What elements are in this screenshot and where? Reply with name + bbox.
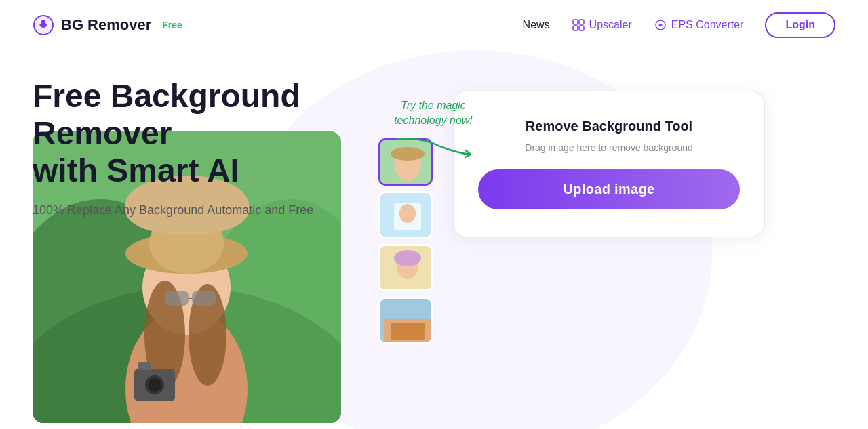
hero-right: Try the magic technology now! Remove Bac… xyxy=(439,64,868,418)
magic-handwritten: Try the magic technology now! xyxy=(372,98,494,129)
svg-rect-4 xyxy=(573,26,578,30)
upload-image-button[interactable]: Upload image xyxy=(478,169,740,209)
svg-point-22 xyxy=(148,378,161,392)
magic-arrow-icon xyxy=(393,133,474,160)
svg-rect-18 xyxy=(192,291,216,306)
brand-name: BG Remover xyxy=(61,16,151,34)
svg-rect-3 xyxy=(579,20,584,24)
eps-converter-label: EPS Converter xyxy=(671,19,744,31)
login-button[interactable]: Login xyxy=(765,12,835,38)
svg-rect-2 xyxy=(573,20,578,24)
navbar: BG Remover Free News Upscaler EPS Conver… xyxy=(0,0,868,50)
svg-point-32 xyxy=(394,250,421,266)
free-badge: Free xyxy=(162,20,182,30)
magic-text-area: Try the magic technology now! xyxy=(372,98,494,163)
nav-links: News Upscaler EPS Converter Login xyxy=(523,12,835,38)
logo-icon xyxy=(33,14,54,36)
logo-area[interactable]: BG Remover Free xyxy=(33,14,182,36)
panel-title: Remove Background Tool xyxy=(478,119,740,134)
thumb-4[interactable] xyxy=(378,297,433,344)
svg-point-1 xyxy=(41,20,45,24)
svg-rect-5 xyxy=(579,26,584,30)
svg-rect-35 xyxy=(391,323,425,340)
nav-news[interactable]: News xyxy=(523,19,550,31)
panel-subtitle: Drag image here to remove background xyxy=(478,142,740,153)
upscaler-icon xyxy=(572,18,585,32)
thumb-3[interactable] xyxy=(378,244,433,291)
hero-section: Free Background Remover with Smart AI 10… xyxy=(0,50,868,418)
nav-eps-converter[interactable]: EPS Converter xyxy=(654,18,744,32)
eps-icon xyxy=(654,18,667,32)
svg-point-14 xyxy=(149,213,224,274)
svg-rect-17 xyxy=(165,291,189,306)
svg-rect-23 xyxy=(138,362,151,370)
nav-upscaler[interactable]: Upscaler xyxy=(572,18,632,32)
upload-panel: Try the magic technology now! Remove Bac… xyxy=(453,91,765,237)
upscaler-label: Upscaler xyxy=(589,19,632,31)
hero-subtitle: 100% Replace Any Background Automatic an… xyxy=(33,203,439,218)
